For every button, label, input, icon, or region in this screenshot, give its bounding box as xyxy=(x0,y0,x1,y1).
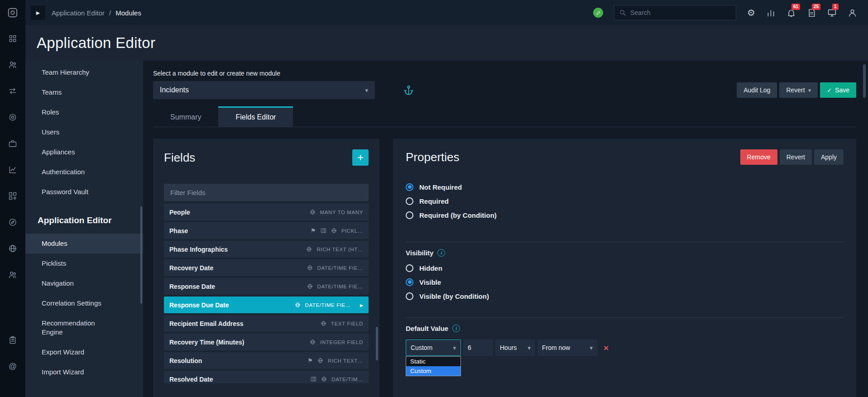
divider xyxy=(406,317,844,318)
sidebar-item-modules[interactable]: Modules xyxy=(25,234,143,254)
sidebar-item-appliances[interactable]: Appliances xyxy=(25,142,143,162)
radio-required-by-condition[interactable]: Required (by Condition) xyxy=(406,211,844,219)
settings-gear-icon[interactable]: ⚙ xyxy=(747,8,755,17)
mode-option-custom[interactable]: Custom xyxy=(406,366,460,376)
filter-fields-input[interactable] xyxy=(164,184,369,201)
add-field-button[interactable]: + xyxy=(352,149,369,166)
fields-panel-header: Fields + xyxy=(164,149,369,166)
info-icon[interactable]: i xyxy=(437,249,445,257)
search-input[interactable] xyxy=(630,9,731,16)
panels: Fields + People MANY TO MANY xyxy=(153,139,856,397)
clear-default-icon[interactable]: × xyxy=(604,344,609,352)
system-monitor-icon[interactable]: 1 xyxy=(827,8,837,18)
reports-chart-icon[interactable] xyxy=(0,157,25,183)
navigator-compass-icon[interactable] xyxy=(0,209,25,235)
field-row-phase[interactable]: Phase ⚑ PICKL… xyxy=(164,222,369,239)
field-list-scrollbar[interactable] xyxy=(376,327,378,360)
module-select-label: Select a module to edit or create new mo… xyxy=(153,70,856,77)
mode-option-static[interactable]: Static xyxy=(406,357,460,366)
dashboard-icon[interactable] xyxy=(0,25,25,52)
sidebar-scrollbar[interactable] xyxy=(140,206,142,304)
properties-panel: Properties Remove Revert Apply Not Requi… xyxy=(393,139,856,397)
connectors-globe-icon[interactable] xyxy=(0,235,25,262)
field-row-response-date[interactable]: Response Date DATE/TIME FIE… xyxy=(164,278,369,295)
apply-button[interactable]: Apply xyxy=(814,149,844,165)
remove-button[interactable]: Remove xyxy=(740,149,777,165)
stats-bars-icon[interactable] xyxy=(766,8,776,18)
revert-button[interactable]: Revert ▾ xyxy=(779,82,818,98)
expand-menu-button[interactable]: ▶ xyxy=(31,5,45,20)
resources-briefcase-icon[interactable] xyxy=(0,130,25,157)
radio-not-required[interactable]: Not Required xyxy=(406,183,844,191)
audit-clipboard-icon[interactable] xyxy=(0,327,25,353)
sidebar-item-roles[interactable]: Roles xyxy=(25,102,143,122)
sidebar-item-password-vault[interactable]: Password Vault xyxy=(25,182,143,202)
page-scrollbar[interactable] xyxy=(863,64,866,98)
radio-icon[interactable] xyxy=(406,197,413,205)
radio-icon[interactable] xyxy=(406,264,413,272)
radio-icon[interactable] xyxy=(406,183,413,191)
info-icon[interactable]: i xyxy=(452,325,460,332)
field-row-resolved-date[interactable]: Resolved Date DATE/TIM… xyxy=(164,371,369,383)
user-profile-icon[interactable] xyxy=(848,8,857,18)
notifications-bell-icon[interactable]: 61 xyxy=(786,8,796,18)
default-value-label: Default Value i xyxy=(406,324,844,332)
radio-icon[interactable] xyxy=(406,278,413,286)
field-row-resolution[interactable]: Resolution ⚑ RICH TEXT… xyxy=(164,352,369,369)
properties-panel-header: Properties Remove Revert Apply xyxy=(406,149,844,165)
radio-required[interactable]: Required xyxy=(406,197,844,205)
approvals-doc-icon[interactable]: 25 xyxy=(807,8,816,18)
app-root: @ ▶ Application Editor / Modules ⚙ xyxy=(0,0,868,397)
sidebar-item-export-wizard[interactable]: Export Wizard xyxy=(25,342,143,362)
default-unit-select[interactable]: Hours ▾ xyxy=(495,340,535,356)
module-anchor-icon[interactable] xyxy=(403,85,414,96)
radio-visible[interactable]: Visible xyxy=(406,278,844,286)
app-logo-icon[interactable] xyxy=(0,0,25,25)
default-mode-select[interactable]: Custom ▾ Static Custom xyxy=(406,340,461,356)
globe-icon xyxy=(310,209,316,215)
teams-icon[interactable] xyxy=(0,52,25,78)
field-row-people[interactable]: People MANY TO MANY xyxy=(164,204,369,220)
sidebar-item-picklists[interactable]: Picklists xyxy=(25,254,143,273)
flag-icon: ⚑ xyxy=(307,358,313,364)
sidebar-item-import-wizard[interactable]: Import Wizard xyxy=(25,362,143,382)
sidebar-item-correlation-settings[interactable]: Correlation Settings xyxy=(25,293,143,313)
globe-icon xyxy=(306,246,312,252)
chevron-down-icon: ▾ xyxy=(590,345,593,351)
properties-actions: Remove Revert Apply xyxy=(740,149,844,165)
user-community-icon[interactable] xyxy=(0,262,25,288)
mentions-at-icon[interactable]: @ xyxy=(0,353,25,379)
system-health-icon[interactable] xyxy=(593,8,603,18)
tab-fields-editor[interactable]: Fields Editor xyxy=(218,106,293,127)
globe-icon xyxy=(331,228,337,234)
sidebar-item-navigation[interactable]: Navigation xyxy=(25,273,143,293)
default-direction-select[interactable]: From now ▾ xyxy=(537,340,597,356)
default-amount-input[interactable] xyxy=(463,340,493,356)
global-search[interactable] xyxy=(614,5,736,20)
field-row-phase-infographics[interactable]: Phase Infographics RICH TEXT (HT… xyxy=(164,241,369,258)
module-select[interactable]: Incidents ▾ xyxy=(153,81,375,99)
topbar: ▶ Application Editor / Modules ⚙ 61 xyxy=(25,0,868,25)
sidebar-item-recommendation-engine[interactable]: Recommendation Engine xyxy=(25,313,143,342)
sidebar-item-team-hierarchy[interactable]: Team Hierarchy xyxy=(25,62,143,82)
sidebar-item-teams[interactable]: Teams xyxy=(25,82,143,102)
data-exchange-icon[interactable] xyxy=(0,78,25,104)
widgets-icon[interactable] xyxy=(0,183,25,209)
save-button[interactable]: ✓ Save xyxy=(820,82,856,98)
radio-visible-by-condition[interactable]: Visible (by Condition) xyxy=(406,292,844,300)
automation-icon[interactable] xyxy=(0,104,25,130)
audit-log-button[interactable]: Audit Log xyxy=(737,82,777,98)
radio-hidden[interactable]: Hidden xyxy=(406,264,844,272)
tab-summary[interactable]: Summary xyxy=(153,106,218,127)
properties-revert-button[interactable]: Revert xyxy=(780,149,812,165)
field-row-recovery-date[interactable]: Recovery Date DATE/TIME FIE… xyxy=(164,259,369,276)
visibility-radio-group: Hidden Visible Visible (by Condition) xyxy=(406,264,844,300)
field-row-recipient-email-address[interactable]: Recipient Email Address TEXT FIELD xyxy=(164,315,369,332)
sidebar-item-authentication[interactable]: Authentication xyxy=(25,162,143,182)
breadcrumb-parent[interactable]: Application Editor xyxy=(52,9,105,17)
radio-icon[interactable] xyxy=(406,292,413,300)
sidebar-item-users[interactable]: Users xyxy=(25,122,143,142)
field-row-response-due-date[interactable]: Response Due Date DATE/TIME FIE… ▸ xyxy=(164,297,369,313)
field-row-recovery-time[interactable]: Recovery Time (Minutes) INTEGER FIELD xyxy=(164,334,369,350)
radio-icon[interactable] xyxy=(406,211,413,219)
